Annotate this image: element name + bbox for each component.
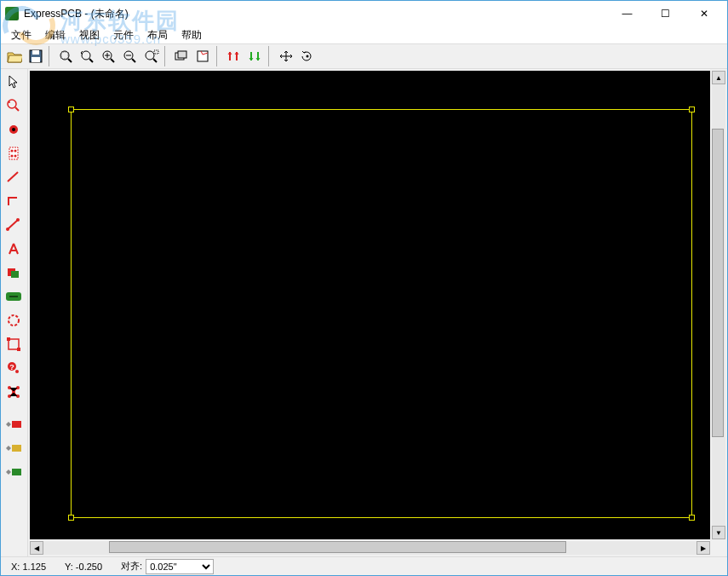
- arc-line-tool[interactable]: [3, 214, 25, 236]
- netlist-tool-icon: [6, 384, 21, 400]
- text-tool[interactable]: [3, 238, 25, 260]
- svg-rect-19: [178, 51, 186, 58]
- status-x: X: 1.125: [6, 562, 51, 572]
- move-icon: [278, 49, 294, 63]
- layer-inner-toggle[interactable]: [3, 437, 25, 459]
- trace-tool-icon: [6, 170, 21, 185]
- snap-label: 对齐:: [121, 560, 142, 573]
- resize-handle-tr[interactable]: [689, 107, 695, 112]
- menubar: 文件 编辑 视图 元件 布局 帮助: [1, 26, 727, 43]
- pad-tool[interactable]: [3, 118, 25, 141]
- svg-rect-1: [32, 50, 39, 55]
- layer-inner-icon: [4, 442, 23, 454]
- top-layer-button[interactable]: [224, 46, 244, 66]
- scroll-left-button[interactable]: ◀: [30, 541, 43, 555]
- component-tool-icon: [7, 146, 20, 161]
- svg-rect-47: [17, 348, 20, 351]
- crop-tool-icon: [6, 337, 21, 352]
- close-button[interactable]: ✕: [685, 2, 723, 26]
- zoom-out-button[interactable]: [120, 46, 140, 66]
- snap-dropdown[interactable]: 0.025"0.050"0.100"0.005": [146, 559, 214, 574]
- zoom-tool[interactable]: [3, 95, 25, 117]
- component-tool[interactable]: [3, 142, 25, 164]
- svg-point-34: [11, 155, 14, 158]
- plane-tool[interactable]: [3, 285, 25, 308]
- status-snap: 对齐: 0.025"0.050"0.100"0.005": [116, 559, 219, 574]
- resize-handle-bl[interactable]: [68, 515, 74, 521]
- menu-help[interactable]: 帮助: [175, 26, 209, 44]
- bottom-layer-icon: [248, 49, 263, 63]
- options-button[interactable]: [193, 46, 214, 66]
- info-tool-icon: ?: [6, 360, 21, 376]
- svg-rect-46: [7, 337, 10, 341]
- scroll-right-button[interactable]: ▶: [696, 541, 710, 555]
- board-outline[interactable]: [71, 109, 692, 518]
- layers-button[interactable]: [172, 46, 192, 66]
- scrollbar-vertical[interactable]: ▲ ▼: [712, 71, 725, 539]
- pcb-canvas[interactable]: [30, 71, 710, 539]
- menu-component[interactable]: 元件: [106, 26, 140, 44]
- status-x-label: X:: [11, 562, 20, 572]
- maximize-button[interactable]: ☐: [646, 2, 685, 26]
- svg-line-37: [8, 220, 18, 229]
- bottom-layer-button[interactable]: [245, 46, 266, 66]
- zoom-prev-icon: [80, 49, 95, 63]
- crop-tool[interactable]: [3, 333, 25, 355]
- svg-line-27: [15, 107, 19, 111]
- scroll-down-button[interactable]: ▼: [712, 526, 725, 539]
- circle-tool[interactable]: [3, 309, 25, 331]
- svg-rect-56: [12, 421, 21, 428]
- move-button[interactable]: [276, 46, 296, 66]
- toolbar-left: ?: [1, 69, 28, 556]
- menu-edit[interactable]: 编辑: [38, 26, 72, 44]
- scroll-h-track[interactable]: [43, 541, 696, 555]
- corner-tool[interactable]: [3, 190, 25, 212]
- save-button[interactable]: [26, 46, 46, 66]
- status-y-value: -0.250: [76, 562, 102, 572]
- layer-bottom-toggle[interactable]: [3, 461, 25, 483]
- separator: [268, 46, 273, 66]
- rectangle-tool[interactable]: [3, 262, 25, 284]
- svg-line-36: [8, 172, 18, 181]
- svg-rect-58: [12, 469, 21, 475]
- menu-layout[interactable]: 布局: [140, 26, 175, 44]
- titlebar: ExpressPCB - (未命名) — ☐ ✕: [1, 1, 727, 26]
- zoom-in-button[interactable]: [99, 46, 119, 66]
- resize-handle-tl[interactable]: [68, 107, 74, 112]
- scroll-v-track[interactable]: [712, 84, 725, 526]
- svg-point-33: [14, 150, 17, 153]
- open-button[interactable]: [4, 46, 25, 66]
- menu-view[interactable]: 视图: [72, 26, 106, 44]
- scrollbar-horizontal[interactable]: ◀ ▶: [30, 541, 710, 555]
- svg-line-13: [132, 59, 135, 62]
- scroll-up-button[interactable]: ▲: [712, 71, 725, 84]
- info-tool[interactable]: ?: [3, 357, 25, 379]
- scroll-h-thumb[interactable]: [109, 541, 566, 553]
- resize-handle-br[interactable]: [689, 515, 695, 521]
- open-icon: [7, 49, 22, 63]
- canvas-wrap: ▲ ▼ ◀ ▶: [28, 69, 727, 556]
- scroll-v-thumb[interactable]: [712, 129, 724, 438]
- layer-top-toggle[interactable]: [3, 413, 25, 435]
- trace-tool[interactable]: [3, 166, 25, 188]
- svg-point-30: [12, 128, 15, 131]
- zoom-prev-button[interactable]: [77, 46, 98, 66]
- svg-line-16: [153, 59, 157, 62]
- select-tool-icon: [7, 74, 20, 89]
- status-y-label: Y:: [65, 562, 73, 572]
- menu-file[interactable]: 文件: [4, 26, 38, 44]
- zoom-window-button[interactable]: [141, 46, 162, 66]
- svg-line-9: [111, 59, 114, 62]
- svg-point-50: [15, 370, 19, 373]
- netlist-tool[interactable]: [3, 381, 25, 403]
- window-title: ExpressPCB - (未命名): [24, 7, 608, 21]
- minimize-button[interactable]: —: [608, 2, 646, 26]
- zoom-bounds-button[interactable]: [56, 46, 77, 66]
- separator: [164, 46, 169, 66]
- status-y: Y: -0.250: [60, 562, 107, 572]
- svg-line-7: [89, 59, 93, 62]
- select-tool[interactable]: [3, 71, 25, 93]
- zoom-window-icon: [144, 49, 159, 63]
- separator: [3, 405, 26, 412]
- rotate-button[interactable]: [297, 46, 318, 66]
